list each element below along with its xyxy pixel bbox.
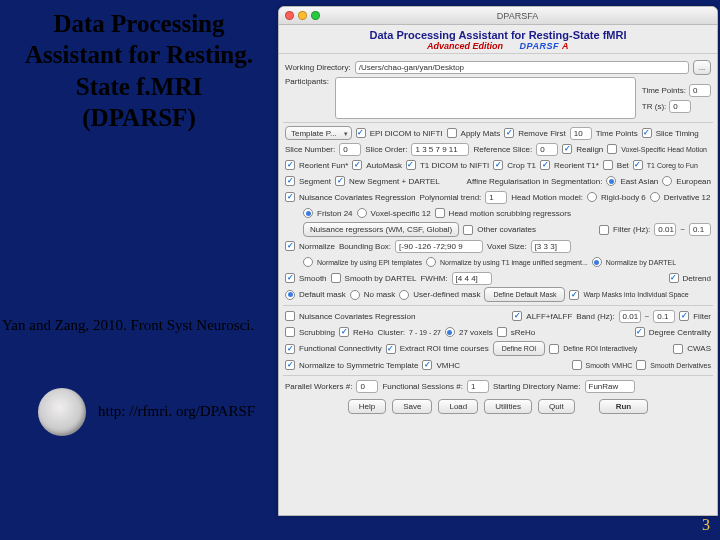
definemask-button[interactable]: Define Default Mask	[484, 287, 565, 302]
detrend-checkbox[interactable]	[669, 273, 679, 283]
reorientfun-checkbox[interactable]	[285, 160, 295, 170]
template-select[interactable]: Template P...	[285, 126, 352, 140]
load-button[interactable]: Load	[438, 399, 478, 414]
vmhc-checkbox[interactable]	[422, 360, 432, 370]
reho-label: ReHo	[353, 328, 373, 337]
sliceorder-field[interactable]: 1 3 5 7 9 11	[411, 143, 469, 156]
save-button[interactable]: Save	[392, 399, 432, 414]
reorientt1-checkbox[interactable]	[540, 160, 550, 170]
utilities-button[interactable]: Utilities	[484, 399, 532, 414]
nuisregressors-button[interactable]: Nuisance regressors (WM, CSF, Global)	[303, 222, 459, 237]
reho-checkbox[interactable]	[339, 327, 349, 337]
tr-field[interactable]: 0	[669, 100, 691, 113]
normsym-checkbox[interactable]	[285, 360, 295, 370]
segment-checkbox[interactable]	[285, 176, 295, 186]
slide-title: Data Processing Assistant for Resting. S…	[0, 8, 278, 133]
epi2nifti-label: EPI DICOM to NIFTI	[370, 129, 443, 138]
nuisance1-checkbox[interactable]	[285, 192, 295, 202]
pw-field[interactable]: 0	[356, 380, 378, 393]
nuisance2-label: Nuisance Covariates Regression	[299, 312, 416, 321]
warpmasks-checkbox[interactable]	[569, 290, 579, 300]
smoothvmhc-checkbox[interactable]	[572, 360, 582, 370]
scrubbing-checkbox[interactable]	[285, 327, 295, 337]
voxel12-radio[interactable]	[357, 208, 367, 218]
alff-checkbox[interactable]	[512, 311, 522, 321]
filter1-checkbox[interactable]	[599, 225, 609, 235]
defineroi-button[interactable]: Define ROI	[493, 341, 546, 356]
nuisance2-checkbox[interactable]	[285, 311, 295, 321]
removefirst-checkbox[interactable]	[504, 128, 514, 138]
applymats-checkbox[interactable]	[447, 128, 457, 138]
deriv12-radio[interactable]	[650, 192, 660, 202]
european-radio[interactable]	[662, 176, 672, 186]
bbox-field[interactable]: [-90 -126 -72;90 9	[395, 240, 483, 253]
fc-checkbox[interactable]	[285, 344, 295, 354]
eastasian-radio[interactable]	[606, 176, 616, 186]
27voxels-radio[interactable]	[445, 327, 455, 337]
fwhm-field[interactable]: [4 4 4]	[452, 272, 492, 285]
cropt1-checkbox[interactable]	[493, 160, 503, 170]
band-hi-field[interactable]: 0.1	[653, 310, 675, 323]
normalize-checkbox[interactable]	[285, 241, 295, 251]
srho-checkbox[interactable]	[497, 327, 507, 337]
run-button[interactable]: Run	[599, 399, 649, 414]
normdartel-radio[interactable]	[592, 257, 602, 267]
app-header-main: Data Processing Assistant for Resting-St…	[279, 29, 717, 41]
roi-interactive-checkbox[interactable]	[549, 344, 559, 354]
automask-checkbox[interactable]	[352, 160, 362, 170]
othercov-checkbox[interactable]	[463, 225, 473, 235]
participants-listbox[interactable]	[335, 77, 636, 119]
browse-button[interactable]: ...	[693, 60, 711, 75]
segment-label: Segment	[299, 177, 331, 186]
usermask-radio[interactable]	[399, 290, 409, 300]
detrend-label: Detrend	[683, 274, 711, 283]
realign-label: Realign	[576, 145, 603, 154]
time-points-field[interactable]: 0	[689, 84, 711, 97]
newseg-checkbox[interactable]	[335, 176, 345, 186]
t1coreg-checkbox[interactable]	[633, 160, 643, 170]
smoothderiv-checkbox[interactable]	[636, 360, 646, 370]
workdir-field[interactable]: /Users/chao-gan/yan/Desktop	[355, 61, 689, 74]
smooth-checkbox[interactable]	[285, 273, 295, 283]
friston-radio[interactable]	[303, 208, 313, 218]
quit-button[interactable]: Quit	[538, 399, 575, 414]
affinereg-label: Affine Regularisation in Segmentation:	[467, 177, 603, 186]
smoothdartel-checkbox[interactable]	[331, 273, 341, 283]
app-header-edition: Advanced Edition	[427, 41, 503, 51]
normepi-radio[interactable]	[303, 257, 313, 267]
t1dicom-checkbox[interactable]	[406, 160, 416, 170]
cwas-label: CWAS	[687, 344, 711, 353]
filter2-checkbox[interactable]	[679, 311, 689, 321]
defaultmask-radio[interactable]	[285, 290, 295, 300]
filter1-lo-field[interactable]: 0.01	[654, 223, 676, 236]
app-header-name: DPARSF A	[520, 41, 569, 51]
sd-label: Starting Directory Name:	[493, 382, 581, 391]
close-icon[interactable]	[285, 11, 294, 20]
extractroi-checkbox[interactable]	[386, 344, 396, 354]
help-button[interactable]: Help	[348, 399, 386, 414]
epi2nifti-checkbox[interactable]	[356, 128, 366, 138]
dc-checkbox[interactable]	[635, 327, 645, 337]
bet-checkbox[interactable]	[603, 160, 613, 170]
refslice-field[interactable]: 0	[536, 143, 558, 156]
voxsize-field[interactable]: [3 3 3]	[531, 240, 571, 253]
slicetiming-checkbox[interactable]	[642, 128, 652, 138]
filter1-hi-field[interactable]: 0.1	[689, 223, 711, 236]
slicenum-field[interactable]: 0	[339, 143, 361, 156]
fs-field[interactable]: 1	[467, 380, 489, 393]
rigid6-radio[interactable]	[587, 192, 597, 202]
cwas-checkbox[interactable]	[673, 344, 683, 354]
band-lo-field[interactable]: 0.01	[619, 310, 641, 323]
cluster-label: Cluster:	[377, 328, 405, 337]
scrubreg-checkbox[interactable]	[435, 208, 445, 218]
polytrend-field[interactable]: 1	[485, 191, 507, 204]
voxelhm-checkbox[interactable]	[607, 144, 617, 154]
sd-field[interactable]: FunRaw	[585, 380, 635, 393]
removefirst-field[interactable]: 10	[570, 127, 592, 140]
zoom-icon[interactable]	[311, 11, 320, 20]
url-text: http: //rfmri. org/DPARSF	[98, 403, 255, 420]
minimize-icon[interactable]	[298, 11, 307, 20]
normt1-radio[interactable]	[426, 257, 436, 267]
realign-checkbox[interactable]	[562, 144, 572, 154]
nomask-radio[interactable]	[350, 290, 360, 300]
